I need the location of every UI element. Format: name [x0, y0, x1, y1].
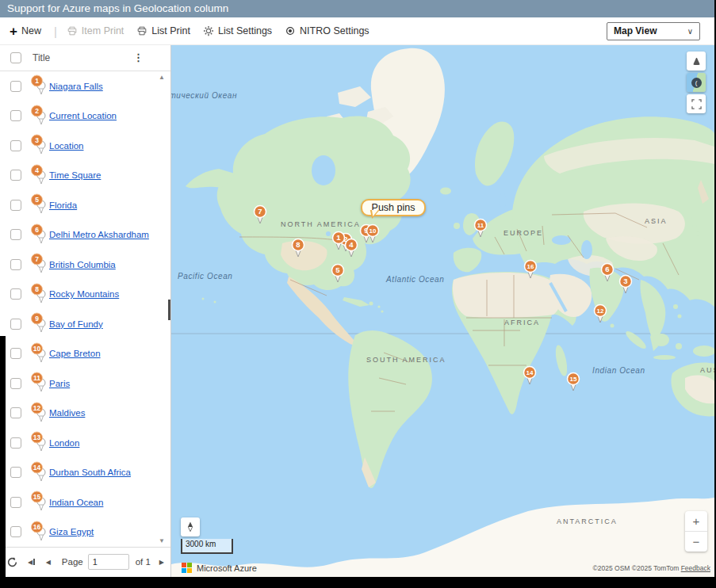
pane-scrollbar-thumb[interactable]	[168, 300, 170, 320]
pushpin-icon: 13	[30, 431, 48, 452]
item-title-link[interactable]: Current Location	[49, 111, 117, 120]
item-title-link[interactable]: Maldives	[49, 408, 85, 418]
view-selector-dropdown[interactable]: Map View ∨	[607, 22, 700, 40]
column-menu-icon[interactable]: ⋮	[133, 52, 144, 63]
style-picker-icon: (	[691, 78, 702, 88]
row-checkbox[interactable]	[10, 378, 21, 389]
item-title-link[interactable]: Paris	[49, 379, 70, 388]
nitro-settings-button[interactable]: NITRO Settings	[285, 25, 369, 36]
feedback-link[interactable]: Feedback	[681, 564, 710, 572]
label-south-america: SOUTH AMERICA	[366, 356, 446, 364]
screen: Support for Azure maps in Geolocation co…	[0, 0, 716, 588]
row-checkbox[interactable]	[10, 170, 21, 181]
scroll-down-arrow[interactable]: ▼	[159, 537, 165, 544]
world-map	[171, 45, 714, 577]
svg-text:12: 12	[597, 307, 604, 315]
scroll-up-arrow[interactable]: ▲	[159, 74, 165, 81]
row-checkbox[interactable]	[10, 110, 21, 121]
item-title-link[interactable]: Delhi Metro Akshardham	[49, 230, 149, 239]
item-title-link[interactable]: Bay of Fundy	[49, 319, 103, 329]
zoom-control: + −	[685, 511, 707, 552]
row-checkbox[interactable]	[10, 229, 21, 240]
item-title-link[interactable]: Durban South Africa	[49, 468, 131, 477]
map-pushpin[interactable]: 16	[523, 259, 538, 280]
map-pushpin[interactable]: 5	[330, 263, 346, 284]
svg-text:8: 8	[296, 240, 300, 249]
row-checkbox[interactable]	[10, 467, 21, 478]
map-pushpin[interactable]: 14	[522, 365, 538, 386]
pitch-control-button[interactable]	[687, 52, 706, 71]
pushpin-icon: 4	[30, 164, 48, 185]
new-button[interactable]: + New	[10, 25, 41, 38]
map-pushpin[interactable]: 10	[365, 223, 381, 244]
printer-icon	[136, 25, 147, 36]
select-all-checkbox[interactable]	[10, 52, 21, 63]
previous-page-button[interactable]: ◀	[46, 559, 51, 566]
list-print-button[interactable]: List Print	[136, 25, 190, 36]
next-page-button[interactable]: ▶	[159, 559, 164, 566]
list-item: 8 Rocky Mountains	[0, 280, 170, 310]
map-style-button[interactable]: (	[687, 73, 706, 92]
svg-text:11: 11	[477, 222, 484, 229]
map-pushpin[interactable]: 7	[252, 204, 268, 225]
row-checkbox[interactable]	[10, 407, 21, 418]
map-pushpin[interactable]: 4	[343, 238, 359, 258]
row-checkbox[interactable]	[10, 497, 21, 508]
map-pushpin[interactable]: 12	[592, 304, 608, 324]
item-title-link[interactable]: Niagara Falls	[49, 82, 103, 91]
row-checkbox[interactable]	[10, 259, 21, 270]
list-item: 11 Paris	[0, 368, 170, 399]
row-checkbox[interactable]	[10, 526, 21, 537]
row-checkbox[interactable]	[10, 437, 21, 449]
gear-icon	[203, 25, 214, 36]
page-number-input[interactable]	[88, 554, 129, 570]
pushpins-tooltip: Push pins	[361, 199, 426, 216]
row-checkbox[interactable]	[10, 288, 21, 300]
item-title-link[interactable]: Rocky Mountains	[49, 289, 119, 299]
first-page-button[interactable]: ◀	[28, 559, 35, 566]
svg-text:3: 3	[623, 277, 627, 285]
item-title-link[interactable]: Indian Ocean	[49, 498, 103, 507]
compass-button[interactable]	[181, 517, 200, 536]
label-arctic-ocean: ктический Океан	[171, 91, 237, 100]
label-europe: EUROPE	[503, 229, 543, 237]
map-canvas[interactable]: ктический Океан NORTH AMERICA Pacific Oc…	[171, 45, 714, 577]
fullscreen-button[interactable]	[687, 94, 706, 113]
svg-text:5: 5	[335, 265, 340, 274]
label-north-america: NORTH AMERICA	[281, 220, 361, 228]
row-checkbox[interactable]	[10, 319, 21, 330]
item-print-button[interactable]: Item Print	[67, 25, 124, 36]
pushpin-icon: 7	[30, 253, 48, 273]
map-pushpin[interactable]: 15	[565, 372, 581, 392]
item-title-link[interactable]: Florida	[49, 200, 77, 210]
svg-text:1: 1	[336, 233, 341, 242]
map-pushpin[interactable]: 3	[618, 274, 634, 295]
list-item: 5 Florida	[0, 190, 170, 220]
item-title-link[interactable]: Location	[49, 141, 83, 151]
map-pushpin[interactable]: 6	[599, 262, 615, 283]
item-title-link[interactable]: London	[49, 438, 79, 448]
svg-text:1: 1	[35, 77, 39, 85]
item-title-link[interactable]: Time Square	[49, 170, 101, 180]
item-title-link[interactable]: Giza Egypt	[49, 527, 94, 536]
item-title-link[interactable]: Cape Breton	[49, 349, 101, 358]
pushpin-icon: 9	[30, 312, 48, 333]
zoom-out-button[interactable]: −	[685, 532, 707, 552]
list-settings-button[interactable]: List Settings	[203, 25, 272, 36]
row-checkbox[interactable]	[10, 200, 21, 211]
map-pushpin[interactable]: 11	[473, 218, 488, 239]
row-checkbox[interactable]	[10, 140, 21, 151]
label-asia: ASIA	[645, 217, 668, 225]
pushpin-icon: 11	[30, 372, 48, 392]
svg-text:14: 14	[526, 369, 534, 376]
item-title-link[interactable]: British Columbia	[49, 260, 116, 269]
map-pushpin[interactable]: 8	[290, 238, 306, 258]
refresh-icon[interactable]	[6, 556, 18, 568]
svg-text:16: 16	[33, 523, 41, 531]
row-checkbox[interactable]	[10, 81, 21, 92]
svg-text:16: 16	[527, 263, 534, 270]
svg-text:15: 15	[570, 376, 577, 383]
zoom-in-button[interactable]: +	[685, 511, 707, 531]
pushpin-icon: 2	[30, 105, 48, 125]
row-checkbox[interactable]	[10, 348, 21, 359]
